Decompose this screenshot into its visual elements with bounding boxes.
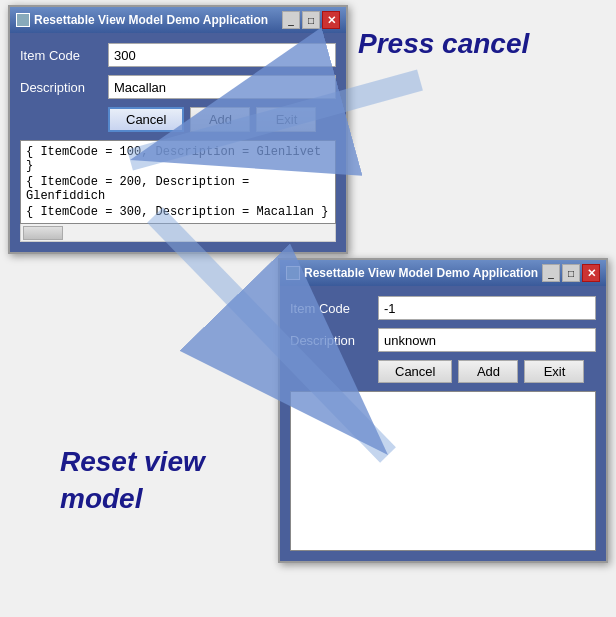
window-2-titlebar: Resettable View Model Demo Application _… <box>280 260 606 286</box>
w2-list-area <box>290 391 596 551</box>
w2-description-input[interactable] <box>378 328 596 352</box>
window-2-icon <box>286 266 300 280</box>
w2-maximize-btn[interactable]: □ <box>562 264 580 282</box>
description-input[interactable] <box>108 75 336 99</box>
window-1-titlebar: Resettable View Model Demo Application _… <box>10 7 346 33</box>
window-1-body: Item Code Description Cancel Add Exit { … <box>10 33 346 252</box>
window-2: Resettable View Model Demo Application _… <box>278 258 608 563</box>
cancel-button[interactable]: Cancel <box>108 107 184 132</box>
list-item-2: { ItemCode = 200, Description = Glenfidd… <box>26 174 330 204</box>
w2-cancel-button[interactable]: Cancel <box>378 360 452 383</box>
window-1-title: Resettable View Model Demo Application <box>34 13 268 27</box>
close-btn[interactable]: ✕ <box>322 11 340 29</box>
w2-minimize-btn[interactable]: _ <box>542 264 560 282</box>
press-cancel-annotation: Press cancel <box>358 28 529 60</box>
scrollbar-thumb[interactable] <box>23 226 63 240</box>
reset-annotation: Reset viewmodel <box>60 444 205 517</box>
w2-itemcode-row: Item Code <box>290 296 596 320</box>
itemcode-row: Item Code <box>20 43 336 67</box>
minimize-btn[interactable]: _ <box>282 11 300 29</box>
w2-description-label: Description <box>290 333 370 348</box>
window-2-body: Item Code Description Cancel Add Exit <box>280 286 606 561</box>
window-1: Resettable View Model Demo Application _… <box>8 5 348 254</box>
description-row: Description <box>20 75 336 99</box>
w2-add-button[interactable]: Add <box>458 360 518 383</box>
w2-buttons-row: Cancel Add Exit <box>290 360 596 383</box>
w2-exit-button[interactable]: Exit <box>524 360 584 383</box>
w2-close-btn[interactable]: ✕ <box>582 264 600 282</box>
itemcode-input[interactable] <box>108 43 336 67</box>
w2-itemcode-label: Item Code <box>290 301 370 316</box>
list-item-1: { ItemCode = 100, Description = Glenlive… <box>26 144 330 174</box>
w2-description-row: Description <box>290 328 596 352</box>
buttons-row: Cancel Add Exit <box>20 107 336 132</box>
exit-button[interactable]: Exit <box>256 107 316 132</box>
itemcode-label: Item Code <box>20 48 100 63</box>
maximize-btn[interactable]: □ <box>302 11 320 29</box>
list-item-3: { ItemCode = 300, Description = Macallan… <box>26 204 330 220</box>
scrollbar[interactable] <box>20 224 336 242</box>
window-1-icon <box>16 13 30 27</box>
w2-itemcode-input[interactable] <box>378 296 596 320</box>
window-2-title: Resettable View Model Demo Application <box>304 266 538 280</box>
list-area: { ItemCode = 100, Description = Glenlive… <box>20 140 336 224</box>
add-button[interactable]: Add <box>190 107 250 132</box>
description-label: Description <box>20 80 100 95</box>
